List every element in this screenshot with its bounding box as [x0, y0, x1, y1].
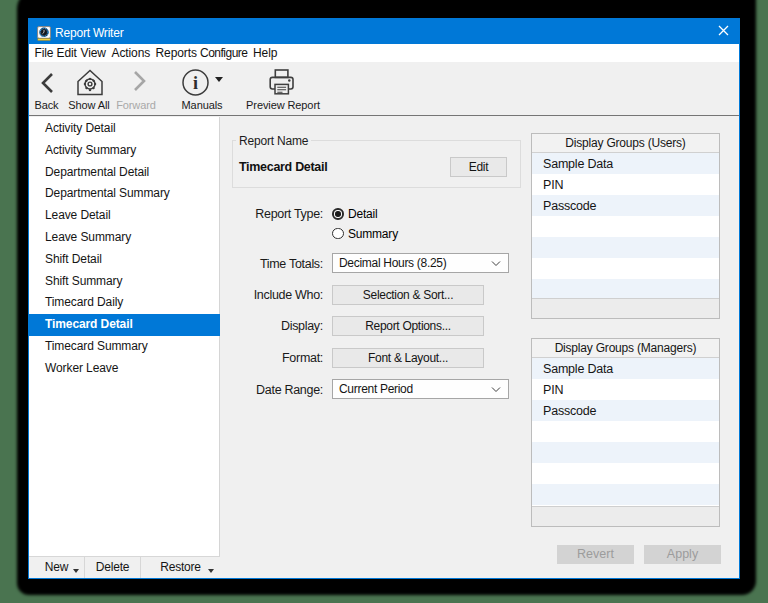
svg-text:i: i — [193, 73, 198, 93]
